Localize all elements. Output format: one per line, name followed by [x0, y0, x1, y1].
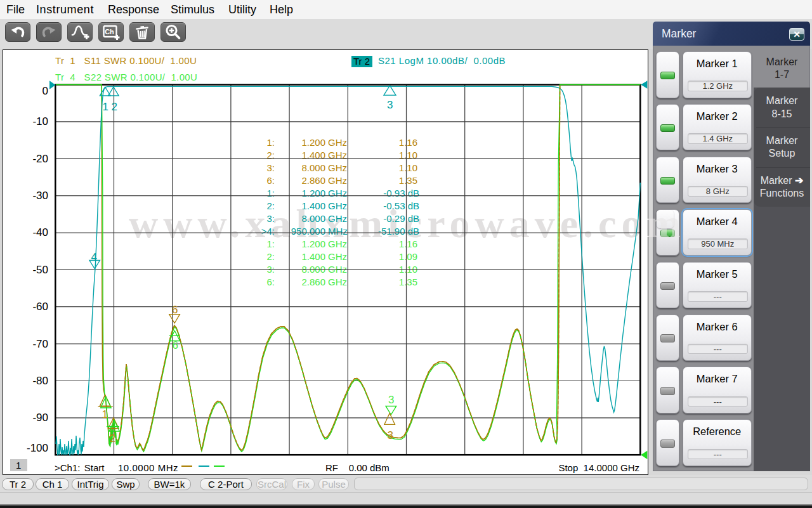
svg-text:Ch: Ch [105, 27, 114, 35]
